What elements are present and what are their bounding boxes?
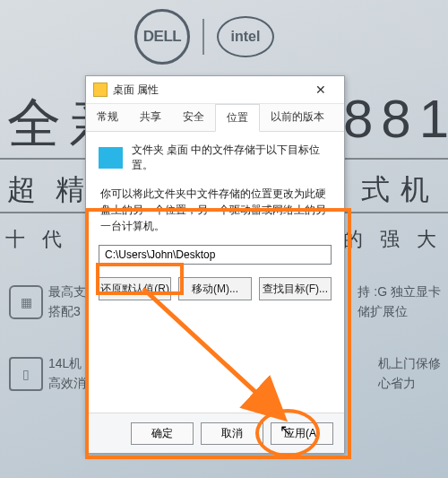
intel-text: intel (231, 29, 261, 45)
dell-logo: DELL (134, 9, 190, 65)
dell-text: DELL (143, 28, 181, 46)
tagline-left: 十 代 (5, 226, 68, 253)
info-row: 文件夹 桌面 中的文件存储于以下目标位置。 (99, 143, 332, 173)
find-target-button[interactable]: 查找目标(F)... (259, 277, 332, 300)
subhead-r1: 式 (361, 170, 394, 210)
restore-defaults-button[interactable]: 还原默认值(R) (99, 277, 171, 300)
tab-sharing[interactable]: 共享 (129, 104, 172, 131)
titlebar[interactable]: 桌面 属性 ✕ (86, 76, 344, 104)
ok-button[interactable]: 确定 (131, 422, 194, 445)
chip-icon: ▦ (9, 285, 43, 319)
desktop-glyph-icon (99, 147, 123, 169)
info-line: 文件夹 桌面 中的文件存储于以下目标位置。 (132, 143, 332, 173)
tab-location[interactable]: 位置 (215, 104, 260, 132)
case-icon: ▯ (9, 357, 43, 391)
dialog-body: 文件夹 桌面 中的文件存储于以下目标位置。 你可以将此文件夹中文件存储的位置更改… (86, 132, 344, 311)
location-path-input[interactable] (99, 245, 332, 265)
feat2: 持 :G 独立显卡 储扩展位 (358, 282, 441, 322)
logo-divider (202, 19, 204, 55)
location-buttons-row: 还原默认值(R) 移动(M)... 查找目标(F)... (99, 277, 332, 300)
headline-right: 881 (343, 88, 448, 150)
brand-logos: DELL intel (134, 9, 274, 65)
properties-dialog: 桌面 属性 ✕ 常规 共享 安全 位置 以前的版本 文件夹 桌面 中的文件存储于… (85, 75, 345, 454)
subhead-r2: 机 (401, 170, 434, 210)
intel-logo: intel (217, 16, 274, 57)
feat1: 最高支 搭配3 (48, 282, 86, 322)
feat3: 14L机 高效消 (48, 353, 86, 394)
dialog-title: 桌面 属性 (113, 83, 305, 98)
tab-general[interactable]: 常规 (86, 104, 129, 131)
tab-previous-versions[interactable]: 以前的版本 (260, 104, 335, 131)
tab-security[interactable]: 安全 (172, 104, 215, 131)
help-text: 你可以将此文件夹中文件存储的位置更改为此硬盘上的另一个位置，另一个驱动器或网络上… (100, 186, 330, 234)
cancel-button[interactable]: 取消 (201, 422, 263, 445)
subhead-left: 超 (7, 170, 40, 210)
feat4: 机上门保修 心省力 (378, 353, 441, 394)
dialog-footer: 确定 取消 应用(A) (86, 413, 344, 453)
tagline-right: 的 强 大 (343, 226, 443, 253)
tab-strip: 常规 共享 安全 位置 以前的版本 (86, 104, 344, 132)
folder-icon (93, 83, 108, 97)
close-button[interactable]: ✕ (305, 83, 337, 97)
subhead-mid: 精 (56, 170, 89, 210)
move-button[interactable]: 移动(M)... (178, 277, 251, 300)
apply-button[interactable]: 应用(A) (271, 422, 333, 445)
